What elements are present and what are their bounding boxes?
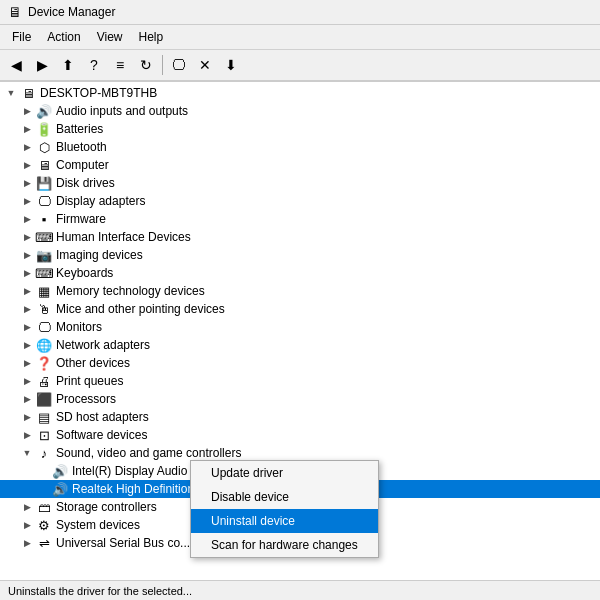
- item-label-hid: Human Interface Devices: [56, 230, 191, 244]
- menu-help[interactable]: Help: [131, 27, 172, 47]
- ctx-item-update[interactable]: Update driver: [191, 461, 378, 485]
- item-label-usb: Universal Serial Bus co...: [56, 536, 190, 550]
- context-menu: Update driverDisable deviceUninstall dev…: [190, 460, 379, 558]
- tree-item-sd[interactable]: ▶▤SD host adapters: [0, 408, 600, 426]
- item-icon-batteries: 🔋: [36, 121, 52, 137]
- expand-icon-realtek[interactable]: [36, 482, 50, 496]
- item-label-display: Display adapters: [56, 194, 145, 208]
- item-label-network: Network adapters: [56, 338, 150, 352]
- expand-icon-intel-audio[interactable]: [36, 464, 50, 478]
- item-icon-mice: 🖱: [36, 301, 52, 317]
- expand-icon-memory[interactable]: ▶: [20, 284, 34, 298]
- item-label-batteries: Batteries: [56, 122, 103, 136]
- tree-item-hid[interactable]: ▶⌨Human Interface Devices: [0, 228, 600, 246]
- ctx-item-uninstall[interactable]: Uninstall device: [191, 509, 378, 533]
- tree-item-disk[interactable]: ▶💾Disk drives: [0, 174, 600, 192]
- item-icon-hid: ⌨: [36, 229, 52, 245]
- toolbar-btn-disable[interactable]: ✕: [193, 53, 217, 77]
- toolbar-btn-update[interactable]: ⬇: [219, 53, 243, 77]
- item-icon-other: ❓: [36, 355, 52, 371]
- expand-icon-bluetooth[interactable]: ▶: [20, 140, 34, 154]
- menu-action[interactable]: Action: [39, 27, 88, 47]
- item-icon-monitors: 🖵: [36, 319, 52, 335]
- expand-icon-usb[interactable]: ▶: [20, 536, 34, 550]
- ctx-item-disable[interactable]: Disable device: [191, 485, 378, 509]
- expand-icon-sound[interactable]: ▼: [20, 446, 34, 460]
- expand-icon-network[interactable]: ▶: [20, 338, 34, 352]
- item-label-monitors: Monitors: [56, 320, 102, 334]
- tree-item-network[interactable]: ▶🌐Network adapters: [0, 336, 600, 354]
- expand-icon-hid[interactable]: ▶: [20, 230, 34, 244]
- tree-item-processors[interactable]: ▶⬛Processors: [0, 390, 600, 408]
- menu-view[interactable]: View: [89, 27, 131, 47]
- toolbar-btn-monitor[interactable]: 🖵: [167, 53, 191, 77]
- expand-icon-software[interactable]: ▶: [20, 428, 34, 442]
- expand-icon-sd[interactable]: ▶: [20, 410, 34, 424]
- expand-icon-print[interactable]: ▶: [20, 374, 34, 388]
- tree-item-display[interactable]: ▶🖵Display adapters: [0, 192, 600, 210]
- expand-icon-computer[interactable]: ▶: [20, 158, 34, 172]
- expand-icon-disk[interactable]: ▶: [20, 176, 34, 190]
- tree-item-computer[interactable]: ▶🖥Computer: [0, 156, 600, 174]
- toolbar-btn-forward[interactable]: ▶: [30, 53, 54, 77]
- item-label-sd: SD host adapters: [56, 410, 149, 424]
- ctx-item-scan[interactable]: Scan for hardware changes: [191, 533, 378, 557]
- item-icon-sd: ▤: [36, 409, 52, 425]
- expand-icon-storage[interactable]: ▶: [20, 500, 34, 514]
- item-icon-usb: ⇌: [36, 535, 52, 551]
- tree-item-other[interactable]: ▶❓Other devices: [0, 354, 600, 372]
- expand-icon-processors[interactable]: ▶: [20, 392, 34, 406]
- expand-icon-keyboards[interactable]: ▶: [20, 266, 34, 280]
- tree-item-bluetooth[interactable]: ▶⬡Bluetooth: [0, 138, 600, 156]
- item-icon-memory: ▦: [36, 283, 52, 299]
- expand-icon-imaging[interactable]: ▶: [20, 248, 34, 262]
- tree-item-print[interactable]: ▶🖨Print queues: [0, 372, 600, 390]
- expand-icon-firmware[interactable]: ▶: [20, 212, 34, 226]
- toolbar-btn-back[interactable]: ◀: [4, 53, 28, 77]
- expand-icon-system[interactable]: ▶: [20, 518, 34, 532]
- tree-item-monitors[interactable]: ▶🖵Monitors: [0, 318, 600, 336]
- item-icon-realtek: 🔊: [52, 481, 68, 497]
- item-icon-disk: 💾: [36, 175, 52, 191]
- tree-item-firmware[interactable]: ▶▪Firmware: [0, 210, 600, 228]
- toolbar-btn-properties[interactable]: ≡: [108, 53, 132, 77]
- toolbar-btn-help[interactable]: ?: [82, 53, 106, 77]
- item-icon-bluetooth: ⬡: [36, 139, 52, 155]
- toolbar-btn-refresh[interactable]: ↻: [134, 53, 158, 77]
- expand-icon-batteries[interactable]: ▶: [20, 122, 34, 136]
- expand-icon-display[interactable]: ▶: [20, 194, 34, 208]
- item-label-memory: Memory technology devices: [56, 284, 205, 298]
- item-icon-keyboards: ⌨: [36, 265, 52, 281]
- tree-item-mice[interactable]: ▶🖱Mice and other pointing devices: [0, 300, 600, 318]
- item-icon-processors: ⬛: [36, 391, 52, 407]
- expand-icon-monitors[interactable]: ▶: [20, 320, 34, 334]
- expand-icon-root[interactable]: ▼: [4, 86, 18, 100]
- tree-item-batteries[interactable]: ▶🔋Batteries: [0, 120, 600, 138]
- expand-icon-mice[interactable]: ▶: [20, 302, 34, 316]
- menu-file[interactable]: File: [4, 27, 39, 47]
- item-label-software: Software devices: [56, 428, 147, 442]
- item-icon-imaging: 📷: [36, 247, 52, 263]
- item-icon-system: ⚙: [36, 517, 52, 533]
- tree-item-imaging[interactable]: ▶📷Imaging devices: [0, 246, 600, 264]
- item-icon-network: 🌐: [36, 337, 52, 353]
- tree-item-keyboards[interactable]: ▶⌨Keyboards: [0, 264, 600, 282]
- item-icon-audio: 🔊: [36, 103, 52, 119]
- expand-icon-audio[interactable]: ▶: [20, 104, 34, 118]
- item-label-keyboards: Keyboards: [56, 266, 113, 280]
- tree-item-memory[interactable]: ▶▦Memory technology devices: [0, 282, 600, 300]
- expand-icon-other[interactable]: ▶: [20, 356, 34, 370]
- tree-item-audio[interactable]: ▶🔊Audio inputs and outputs: [0, 102, 600, 120]
- toolbar-btn-up[interactable]: ⬆: [56, 53, 80, 77]
- item-icon-firmware: ▪: [36, 211, 52, 227]
- menu-bar: FileActionViewHelp: [0, 25, 600, 50]
- item-label-intel-audio: Intel(R) Display Audio: [72, 464, 187, 478]
- item-label-computer: Computer: [56, 158, 109, 172]
- toolbar-separator: [162, 55, 163, 75]
- item-icon-software: ⊡: [36, 427, 52, 443]
- tree-item-software[interactable]: ▶⊡Software devices: [0, 426, 600, 444]
- tree-item-root[interactable]: ▼🖥DESKTOP-MBT9THB: [0, 84, 600, 102]
- item-label-root: DESKTOP-MBT9THB: [40, 86, 157, 100]
- item-icon-root: 🖥: [20, 85, 36, 101]
- toolbar: ◀▶⬆?≡↻🖵✕⬇: [0, 50, 600, 81]
